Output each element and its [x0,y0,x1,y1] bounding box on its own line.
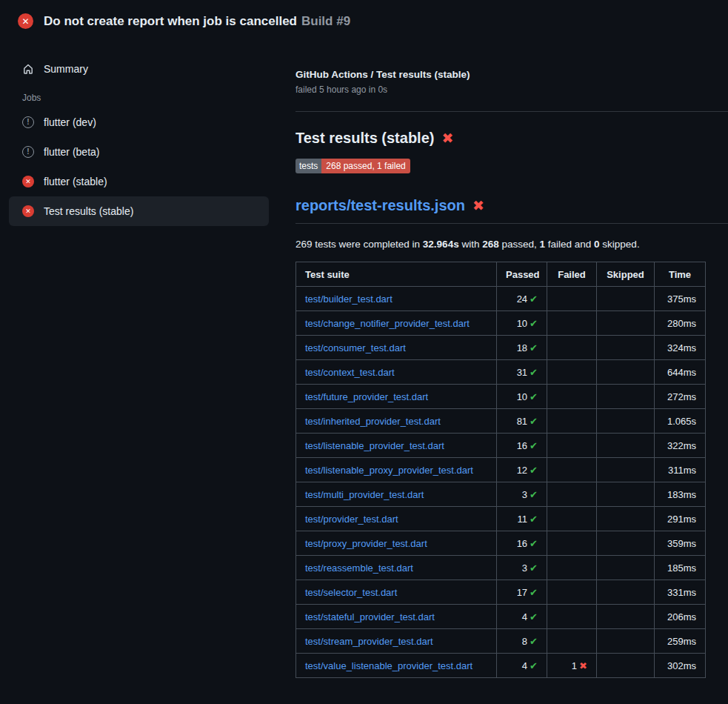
summary-segment: 32.964s [423,239,459,250]
test-suite-link[interactable]: test/builder_test.dart [305,293,393,305]
skipped-cell [597,654,655,678]
suite-cell: test/listenable_proxy_provider_test.dart [296,458,497,482]
check-icon: ✔ [530,611,538,622]
jobs-list: !flutter (dev)!flutter (beta)✕flutter (s… [9,107,269,226]
check-icon: ✔ [530,391,538,402]
page-title: Do not create report when job is cancell… [44,14,350,29]
test-results-table: Test suite Passed Failed Skipped Time te… [295,262,706,678]
passed-cell: 3✔ [497,556,547,580]
passed-cell: 17✔ [497,580,547,605]
failed-cell [547,605,597,629]
page-title-text: Do not create report when job is cancell… [44,14,297,28]
column-header-passed: Passed [497,262,547,287]
time-cell: 302ms [655,654,706,678]
skipped-cell [597,482,655,507]
home-icon [22,63,34,75]
suite-cell: test/stateful_provider_test.dart [296,605,497,629]
summary-segment: 269 tests were completed in [295,239,423,250]
test-suite-link[interactable]: test/change_notifier_provider_test.dart [305,318,470,329]
skipped-cell [597,556,655,580]
failed-status-icon: ✕ [22,205,34,217]
table-row: test/listenable_proxy_provider_test.dart… [296,458,706,482]
sidebar-job-flutter-beta[interactable]: !flutter (beta) [9,137,269,167]
failed-cell [547,580,597,605]
time-cell: 291ms [655,507,706,531]
skipped-cell [597,458,655,482]
table-row: test/consumer_test.dart18✔324ms [296,336,706,360]
time-cell: 259ms [655,629,706,654]
suite-cell: test/stream_provider_test.dart [296,629,497,654]
x-glyph: ✕ [21,17,29,26]
count-value: 12 [517,465,527,476]
passed-cell: 16✔ [497,531,547,556]
section-title: Test results (stable) ✖ [295,130,728,147]
suite-cell: test/builder_test.dart [296,287,497,311]
passed-cell: 4✔ [497,605,547,629]
test-suite-link[interactable]: test/reassemble_test.dart [305,562,413,574]
skipped-cell [597,531,655,556]
x-icon: ✖ [579,660,587,671]
table-row: test/future_provider_test.dart10✔272ms [296,385,706,409]
suite-cell: test/value_listenable_provider_test.dart [296,654,497,678]
table-header-row: Test suite Passed Failed Skipped Time [296,262,706,287]
skipped-cell [597,311,655,336]
check-icon: ✔ [530,465,538,476]
count-value: 24 [517,293,527,305]
time-cell: 1.065s [655,409,706,434]
sidebar-job-test-results-stable[interactable]: ✕Test results (stable) [9,196,269,226]
summary-line: 269 tests were completed in 32.964s with… [295,239,728,250]
test-suite-link[interactable]: test/stream_provider_test.dart [305,636,433,647]
test-suite-link[interactable]: test/inherited_provider_test.dart [305,416,441,427]
summary-segment: 1 [540,239,546,250]
time-cell: 359ms [655,531,706,556]
jobs-section-label: Jobs [22,93,269,103]
skipped-cell [597,580,655,605]
sidebar-job-label: flutter (stable) [44,176,107,187]
table-row: test/proxy_provider_test.dart16✔359ms [296,531,706,556]
skipped-cell [597,629,655,654]
test-suite-link[interactable]: test/stateful_provider_test.dart [305,611,435,622]
passed-cell: 4✔ [497,654,547,678]
check-icon: ✔ [530,416,538,427]
failed-status-icon: ✕ [18,13,33,29]
count-value: 81 [517,416,527,427]
sidebar-job-label: flutter (dev) [44,116,96,128]
test-suite-link[interactable]: test/proxy_provider_test.dart [305,538,427,549]
sidebar-job-flutter-dev[interactable]: !flutter (dev) [9,107,269,137]
table-row: test/multi_provider_test.dart3✔183ms [296,482,706,507]
test-suite-link[interactable]: test/future_provider_test.dart [305,391,428,402]
check-icon: ✔ [530,587,538,598]
sidebar-item-summary[interactable]: Summary [9,54,269,84]
suite-cell: test/future_provider_test.dart [296,385,497,409]
check-icon: ✔ [530,538,538,549]
failed-cell [547,556,597,580]
suite-cell: test/consumer_test.dart [296,336,497,360]
sidebar-job-flutter-stable[interactable]: ✕flutter (stable) [9,167,269,196]
suite-cell: test/listenable_provider_test.dart [296,434,497,458]
time-cell: 322ms [655,434,706,458]
passed-cell: 16✔ [497,434,547,458]
count-value: 11 [518,514,528,525]
count-value: 10 [517,391,527,402]
report-link[interactable]: reports/test-results.json [295,197,465,214]
test-suite-link[interactable]: test/context_test.dart [305,367,395,378]
test-suite-link[interactable]: test/value_listenable_provider_test.dart [305,660,472,671]
test-suite-link[interactable]: test/selector_test.dart [305,587,397,598]
table-row: test/context_test.dart31✔644ms [296,360,706,385]
test-suite-link[interactable]: test/multi_provider_test.dart [305,489,424,500]
time-cell: 272ms [655,385,706,409]
time-cell: 644ms [655,360,706,385]
test-suite-link[interactable]: test/listenable_provider_test.dart [305,440,444,451]
time-cell: 331ms [655,580,706,605]
table-row: test/stream_provider_test.dart8✔259ms [296,629,706,654]
test-suite-link[interactable]: test/consumer_test.dart [305,342,406,353]
check-icon: ✔ [530,440,538,451]
test-suite-link[interactable]: test/provider_test.dart [305,514,398,525]
skipped-cell [597,409,655,434]
skipped-cell [597,287,655,311]
check-icon: ✔ [530,489,538,500]
test-suite-link[interactable]: test/listenable_proxy_provider_test.dart [305,465,473,476]
suite-cell: test/multi_provider_test.dart [296,482,497,507]
tests-badge: tests 268 passed, 1 failed [295,159,410,173]
suite-cell: test/provider_test.dart [296,507,497,531]
